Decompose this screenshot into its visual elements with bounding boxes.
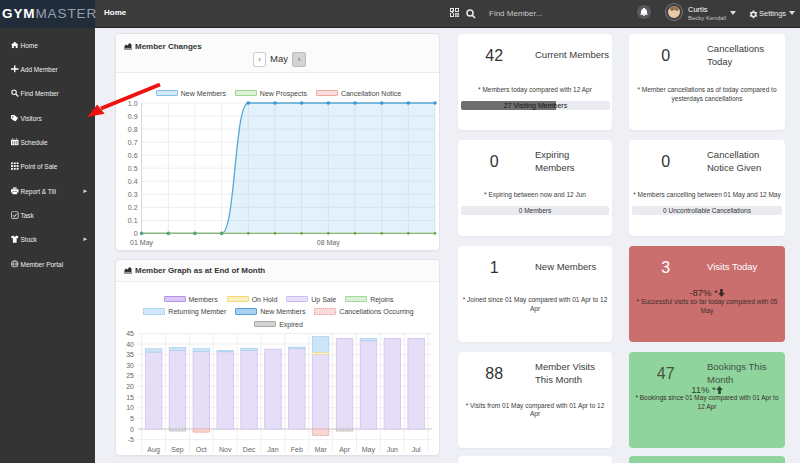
svg-text:08 May: 08 May — [317, 239, 340, 247]
svg-text:Nov: Nov — [219, 446, 232, 453]
svg-text:0.1: 0.1 — [128, 217, 138, 224]
svg-text:0.3: 0.3 — [128, 191, 138, 198]
svg-text:5: 5 — [130, 415, 134, 422]
svg-text:45: 45 — [126, 330, 134, 337]
svg-text:0.5: 0.5 — [128, 165, 138, 172]
svg-text:Mar: Mar — [315, 446, 328, 453]
svg-text:-5: -5 — [128, 436, 134, 443]
svg-text:1.0: 1.0 — [128, 100, 138, 107]
svg-text:10: 10 — [126, 404, 134, 411]
svg-text:15: 15 — [126, 394, 134, 401]
svg-text:Apr: Apr — [339, 446, 351, 454]
svg-text:0.8: 0.8 — [128, 126, 138, 133]
svg-text:01 May: 01 May — [130, 239, 153, 247]
svg-text:0.2: 0.2 — [128, 204, 138, 211]
svg-text:Feb: Feb — [291, 446, 303, 453]
svg-text:Oct: Oct — [196, 446, 207, 453]
svg-text:Jan: Jan — [267, 446, 278, 453]
svg-text:Sep: Sep — [171, 446, 184, 454]
svg-text:Jul: Jul — [412, 446, 421, 453]
svg-text:0: 0 — [134, 230, 138, 237]
svg-text:Dec: Dec — [243, 446, 256, 453]
svg-text:20: 20 — [126, 383, 134, 390]
svg-text:0.7: 0.7 — [128, 139, 138, 146]
svg-text:25: 25 — [126, 372, 134, 379]
svg-text:0.4: 0.4 — [128, 178, 138, 185]
svg-text:35: 35 — [126, 351, 134, 358]
svg-text:0.9: 0.9 — [128, 113, 138, 120]
svg-text:0: 0 — [130, 426, 134, 433]
svg-text:May: May — [362, 446, 376, 454]
svg-text:0.6: 0.6 — [128, 152, 138, 159]
svg-text:40: 40 — [126, 341, 134, 348]
svg-text:Aug: Aug — [147, 446, 160, 454]
svg-text:30: 30 — [126, 362, 134, 369]
svg-text:Jun: Jun — [387, 446, 398, 453]
